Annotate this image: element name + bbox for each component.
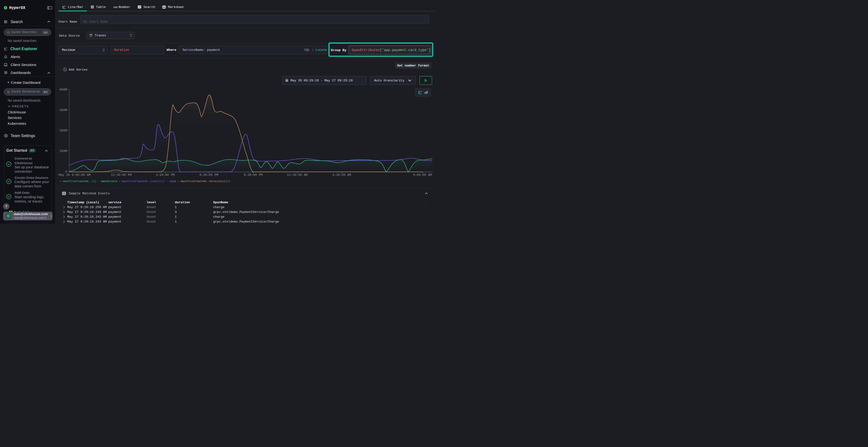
- svg-text:12:30:00 PM: 12:30:00 PM: [111, 173, 132, 177]
- svg-text:300M: 300M: [60, 129, 67, 133]
- svg-text:3:30:00 PM: 3:30:00 PM: [156, 173, 175, 177]
- svg-text:12:30:00 AM: 12:30:00 AM: [287, 173, 308, 177]
- svg-text:150M: 150M: [60, 149, 67, 153]
- svg-text:450M: 450M: [60, 108, 67, 112]
- svg-text:9:30:00 PM: 9:30:00 PM: [244, 173, 262, 177]
- svg-text:9:00:00 AM: 9:00:00 AM: [413, 173, 432, 177]
- svg-text:May 26 9:00:00 AM: May 26 9:00:00 AM: [59, 173, 91, 177]
- svg-text:600M: 600M: [60, 88, 67, 92]
- svg-text:6:30:00 PM: 6:30:00 PM: [199, 173, 218, 177]
- svg-text:3:30:00 AM: 3:30:00 AM: [332, 173, 351, 177]
